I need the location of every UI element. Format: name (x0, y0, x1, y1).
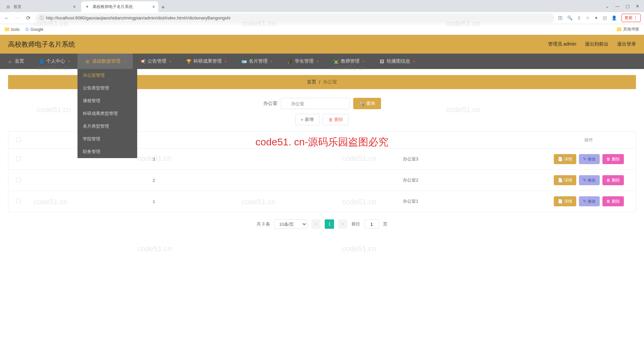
sidepanel-icon[interactable]: ◫ (603, 15, 607, 20)
nav-label: 名片管理 (249, 58, 268, 64)
profile-icon[interactable]: 👤 (611, 15, 617, 20)
breadcrumb-current: 办公室 (323, 79, 337, 85)
browser-tab-0[interactable]: ◎ 首页 × (2, 1, 79, 12)
nav-item-7[interactable]: 👨‍🏫教师管理▾ (326, 54, 372, 69)
chevron-down-icon: ▾ (225, 59, 227, 64)
checkbox-all[interactable] (16, 137, 21, 142)
dropdown-item-2[interactable]: 课程管理 (77, 94, 137, 107)
row-checkbox[interactable] (16, 156, 21, 161)
row-checkbox[interactable] (16, 199, 21, 203)
nav-item-5[interactable]: 🪪名片管理▾ (234, 54, 280, 69)
nav-icon: ⌂ (7, 59, 12, 64)
nav-label: 学生管理 (295, 58, 314, 64)
trash-icon: 🗑 (606, 178, 610, 183)
extension-icon[interactable]: ✦ (594, 15, 598, 20)
close-icon[interactable]: × (73, 4, 76, 9)
dropdown-item-6[interactable]: 职务管理 (77, 145, 137, 158)
url-text: http://localhost:8080/gaoxiaojiaoshidian… (46, 15, 230, 20)
page-next[interactable]: > (338, 219, 347, 229)
user-label[interactable]: 管理员 admin (548, 41, 576, 47)
trash-icon: 🗑 (606, 199, 610, 204)
chevron-down-icon: ▾ (413, 59, 415, 64)
row-delete-button[interactable]: 🗑删除 (602, 154, 624, 164)
chevron-down-icon[interactable]: ⌄ (605, 4, 609, 9)
nav-label: 教师管理 (341, 58, 360, 64)
dropdown-item-4[interactable]: 名片类型管理 (77, 120, 137, 133)
nav-item-3[interactable]: 📢公告管理▾ (133, 54, 179, 69)
tab-title: 高校教师电子名片系统 (93, 4, 133, 10)
dropdown-item-1[interactable]: 公告类型管理 (77, 82, 137, 94)
nav-item-1[interactable]: 👤个人中心▾ (32, 54, 77, 69)
edit-button[interactable]: ✎修改 (579, 175, 600, 185)
edit-button[interactable]: ✎修改 (579, 154, 600, 164)
detail-button[interactable]: 📄详情 (554, 154, 576, 164)
bookmark-google[interactable]: GGoogle (25, 27, 43, 32)
back-button[interactable]: ← (3, 15, 10, 21)
nav-item-4[interactable]: 🏆科研成果管理▾ (179, 54, 234, 69)
nav-icon: 👨‍🏫 (333, 59, 338, 64)
row-delete-button[interactable]: 🗑删除 (602, 175, 624, 185)
nav-label: 首页 (15, 58, 24, 64)
forward-button[interactable]: → (14, 15, 21, 21)
nav-icon: 🏆 (186, 59, 191, 64)
chevron-down-icon: ▾ (363, 59, 365, 64)
row-name: 办公室1 (279, 191, 542, 212)
bookmark-other[interactable]: 其他书签 (617, 26, 639, 32)
bookmark-tools[interactable]: tools (5, 27, 19, 32)
page-size-select[interactable]: 10条/页 (274, 219, 307, 229)
share-icon[interactable]: ⇪ (577, 15, 581, 20)
add-button[interactable]: +新增 (295, 114, 320, 125)
page-prev[interactable]: < (311, 219, 321, 229)
search-icon[interactable]: 🔍 (567, 15, 573, 20)
new-tab-button[interactable]: + (158, 3, 168, 12)
nav-item-8[interactable]: 🖼轮播图信息▾ (372, 54, 423, 69)
minimize-icon[interactable]: ― (615, 4, 620, 9)
key-icon[interactable]: ⚿ (558, 15, 562, 20)
logout-link[interactable]: 退出登录 (617, 41, 636, 47)
search-label: 办公室 (263, 100, 277, 107)
close-window-icon[interactable]: ✕ (636, 4, 639, 9)
row-delete-button[interactable]: 🗑删除 (602, 196, 624, 206)
maximize-icon[interactable]: ▢ (626, 4, 630, 9)
url-input[interactable]: ⓘ http://localhost:8080/gaoxiaojiaoshidi… (36, 13, 554, 23)
detail-button[interactable]: 📄详情 (554, 196, 576, 206)
dropdown-item-0[interactable]: 办公室管理 (77, 69, 137, 82)
delete-button[interactable]: 🗑删除 (323, 114, 349, 125)
star-icon[interactable]: ☆ (586, 15, 590, 20)
nav-item-6[interactable]: 🎓学生管理▾ (280, 54, 326, 69)
nav-item-0[interactable]: ⌂首页 (0, 54, 32, 69)
tab-title: 首页 (13, 4, 21, 10)
page-1[interactable]: 1 (325, 219, 334, 229)
close-icon[interactable]: × (152, 4, 155, 9)
nav-item-2[interactable]: ⊞基础数据管理▾办公室管理公告类型管理课程管理科研成果类型管理名片类型管理学院管… (77, 54, 133, 69)
row-checkbox[interactable] (16, 178, 21, 182)
edit-button[interactable]: ✎修改 (579, 196, 600, 206)
chevron-down-icon: ▾ (271, 59, 273, 64)
dropdown-item-3[interactable]: 科研成果类型管理 (77, 107, 137, 120)
row-name: 办公室2 (279, 170, 542, 191)
browser-tab-bar: ◎ 首页 × ▼ 高校教师电子名片系统 × + ⌄ ― ▢ ✕ (0, 0, 644, 12)
nav-icon: 👤 (39, 59, 44, 64)
chevron-down-icon: ▾ (169, 59, 171, 64)
reload-button[interactable]: ⟳ (25, 15, 32, 21)
search-input[interactable] (281, 98, 350, 109)
nav-icon: 🖼 (379, 59, 384, 64)
dropdown-item-5[interactable]: 学院管理 (77, 133, 137, 145)
window-controls: ⌄ ― ▢ ✕ (601, 0, 644, 12)
breadcrumb-home[interactable]: 首页 (307, 79, 316, 85)
nav-icon: 🪪 (241, 59, 247, 64)
pagination: 共 3 条 10条/页 < 1 > 前往 页 (8, 219, 636, 229)
goto-input[interactable] (364, 219, 379, 229)
edit-icon: ✎ (583, 199, 586, 204)
goto-suffix: 页 (383, 221, 387, 227)
chevron-down-icon: ▾ (317, 59, 319, 64)
detail-button[interactable]: 📄详情 (554, 175, 576, 185)
chevron-down-icon: ▾ (123, 59, 125, 64)
browser-tab-1[interactable]: ▼ 高校教师电子名片系统 × (81, 1, 158, 12)
exit-front-link[interactable]: 退出到前台 (585, 41, 608, 47)
update-button[interactable]: 更新 ⋮ (622, 14, 641, 22)
main-nav: ⌂首页👤个人中心▾⊞基础数据管理▾办公室管理公告类型管理课程管理科研成果类型管理… (0, 54, 644, 69)
folder-icon (617, 27, 622, 31)
globe-icon: ◎ (5, 4, 11, 9)
query-button[interactable]: 🔍查询 (353, 98, 381, 109)
